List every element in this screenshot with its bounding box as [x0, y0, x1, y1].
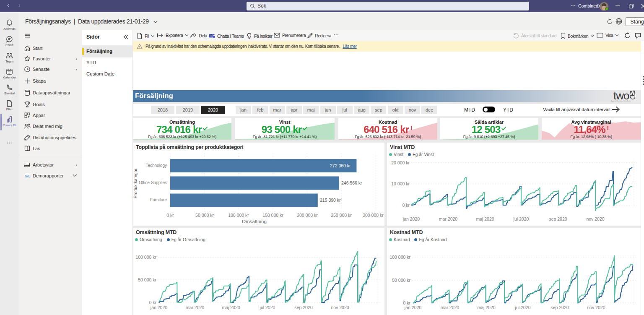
svg-text:two: two: [25, 174, 30, 177]
